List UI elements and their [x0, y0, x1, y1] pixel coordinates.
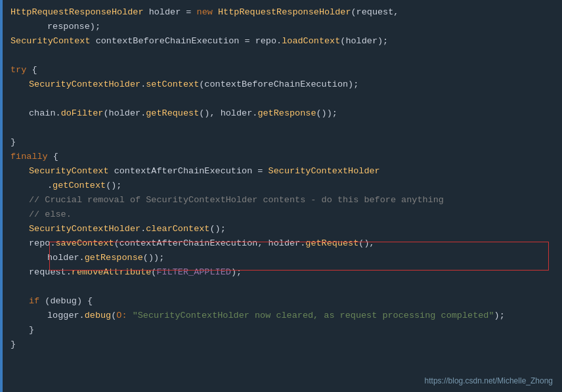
token-white: (), holder.	[199, 106, 257, 121]
token-white: (holder.	[103, 106, 146, 121]
token-white: (contextAfterChainExecution, holder.	[114, 236, 306, 251]
token-white: (	[111, 309, 116, 323]
token-white: }	[11, 338, 16, 352]
code-line: chain.doFilter(holder.getRequest(), hold…	[0, 106, 562, 121]
token-white: contextAfterChainExecution =	[109, 164, 269, 179]
token-white: repo.	[29, 236, 56, 251]
token-white: (request,	[351, 5, 399, 20]
token-method: getResponse	[85, 251, 143, 265]
token-white: );	[231, 265, 242, 280]
code-line: response);	[0, 20, 562, 34]
token-method: saveContext	[56, 236, 114, 251]
code-line: holder.getResponse());	[0, 251, 562, 265]
token-white: {	[48, 150, 58, 164]
token-method: getRequest	[146, 106, 199, 121]
token-white: ());	[143, 251, 164, 265]
token-type: SecurityContextHolder	[29, 77, 140, 92]
token-method: debug	[85, 309, 112, 323]
code-line: }	[0, 135, 562, 150]
code-line: // else.	[0, 207, 562, 222]
code-line: // Crucial removal of SecurityContextHol…	[0, 193, 562, 207]
token-white: (contextBeforeChainExecution);	[199, 77, 358, 92]
token-white: holder =	[144, 5, 197, 20]
token-method: getRequest	[305, 236, 358, 251]
code-line	[0, 280, 562, 294]
token-white: ();	[106, 179, 121, 193]
token-type: HttpRequestResponseHolder	[11, 5, 144, 20]
code-line	[0, 92, 562, 106]
code-line: SecurityContext contextBeforeChainExecut…	[0, 34, 562, 49]
code-line: finally {	[0, 150, 562, 164]
code-line: repo.saveContext(contextAfterChainExecut…	[0, 236, 562, 251]
token-white: (	[151, 265, 156, 280]
token-white: (),	[358, 236, 374, 251]
token-white: ());	[316, 106, 337, 121]
token-method: loadContext	[282, 34, 340, 49]
code-line: if (debug) {	[0, 294, 562, 309]
code-line: }	[0, 323, 562, 338]
token-method: removeAttribute	[72, 265, 152, 280]
token-comment: // else.	[29, 207, 72, 222]
code-line: logger.debug(O: "SecurityContextHolder n…	[0, 309, 562, 323]
code-line: .getContext();	[0, 179, 562, 193]
token-kw-pink: if	[29, 294, 39, 309]
code-line: SecurityContextHolder.clearContext();	[0, 222, 562, 236]
token-type: SecurityContextHolder	[29, 222, 140, 236]
token-debug-tag: O:	[116, 309, 127, 323]
token-white: response);	[47, 20, 100, 34]
token-param: FILTER_APPLIED	[156, 265, 230, 280]
token-type: SecurityContextHolder	[269, 164, 380, 179]
token-white: holder.	[47, 251, 85, 265]
token-string: "SecurityContextHolder now cleared, as r…	[127, 309, 494, 323]
token-white: chain	[29, 106, 56, 121]
token-type: HttpRequestResponseHolder	[213, 5, 351, 20]
token-white: }	[29, 323, 34, 338]
token-type: SecurityContext	[11, 34, 91, 49]
token-white: .	[140, 222, 146, 236]
token-kw-pink: try	[11, 63, 26, 77]
token-white: {	[26, 63, 37, 77]
watermark: https://blog.csdn.net/Michelle_Zhong	[425, 376, 553, 385]
code-line: request.removeAttribute(FILTER_APPLIED);	[0, 265, 562, 280]
token-comment: // Crucial removal of SecurityContextHol…	[29, 193, 444, 207]
code-lines: HttpRequestResponseHolder holder = new H…	[0, 5, 562, 352]
token-white: ();	[209, 222, 225, 236]
token-method: clearContext	[146, 222, 209, 236]
token-white: (debug) {	[39, 294, 93, 309]
token-white: request.	[29, 265, 72, 280]
token-white: contextBeforeChainExecution = repo.	[91, 34, 282, 49]
token-method: setContext	[146, 77, 199, 92]
code-line: try {	[0, 63, 562, 77]
code-line: HttpRequestResponseHolder holder = new H…	[0, 5, 562, 20]
code-line: SecurityContextHolder.setContext(context…	[0, 77, 562, 92]
code-line	[0, 121, 562, 135]
token-white: }	[11, 135, 16, 150]
token-kw-pink: new	[197, 5, 213, 20]
code-line	[0, 49, 562, 63]
code-line: SecurityContext contextAfterChainExecuti…	[0, 164, 562, 179]
token-white: .	[56, 106, 61, 121]
token-white: (holder);	[340, 34, 388, 49]
token-white: .	[47, 179, 53, 193]
token-method: getResponse	[257, 106, 316, 121]
code-line: }	[0, 338, 562, 352]
token-method: doFilter	[61, 106, 104, 121]
token-type: SecurityContext	[29, 164, 109, 179]
code-editor: HttpRequestResponseHolder holder = new H…	[0, 0, 562, 392]
token-white: logger.	[47, 309, 85, 323]
token-white: );	[494, 309, 505, 323]
token-white: .	[140, 77, 146, 92]
token-method: getContext	[53, 179, 106, 193]
token-kw-pink: finally	[11, 150, 48, 164]
